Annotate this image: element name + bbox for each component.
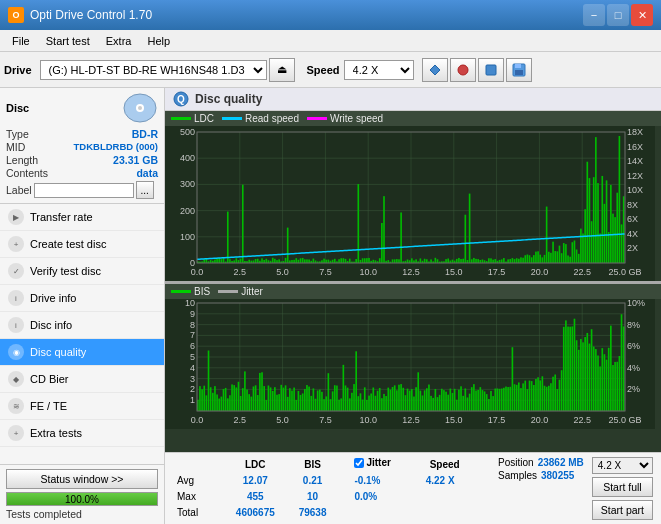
samples-value: 380255 xyxy=(541,470,574,481)
label-browse-button[interactable]: ... xyxy=(136,181,154,199)
toolbar-icons xyxy=(422,58,532,82)
disc-panel-title: Disc xyxy=(6,102,29,114)
drive-select-wrapper: (G:) HL-DT-ST BD-RE WH16NS48 1.D3 ⏏ xyxy=(40,58,295,82)
chart1-wrapper: LDC Read speed Write speed xyxy=(165,111,661,284)
toolbar-btn-3[interactable] xyxy=(478,58,504,82)
svg-rect-3 xyxy=(515,64,521,68)
length-value: 23.31 GB xyxy=(113,154,158,166)
ldc-chart xyxy=(165,126,655,281)
legend-jitter: Jitter xyxy=(218,286,263,297)
app-title: Opti Drive Control 1.70 xyxy=(30,8,152,22)
main-content: Disc Type BD-R MID TDKBLDRBD (000) Lengt… xyxy=(0,88,661,524)
jitter-checkbox[interactable] xyxy=(354,458,364,468)
nav-fe-te[interactable]: ≋ FE / TE xyxy=(0,393,164,420)
extra-tests-icon: + xyxy=(8,425,24,441)
total-label: Total xyxy=(173,504,222,520)
disc-panel: Disc Type BD-R MID TDKBLDRBD (000) Lengt… xyxy=(0,88,164,204)
drive-toolbar: Drive (G:) HL-DT-ST BD-RE WH16NS48 1.D3 … xyxy=(0,52,661,88)
drive-select[interactable]: (G:) HL-DT-ST BD-RE WH16NS48 1.D3 xyxy=(40,60,267,80)
verify-test-disc-icon: ✓ xyxy=(8,263,24,279)
contents-value: data xyxy=(136,167,158,179)
svg-rect-1 xyxy=(486,65,496,75)
start-buttons-area: 4.2 X Start full Start part xyxy=(592,457,653,520)
avg-ldc: 12.07 xyxy=(222,473,288,489)
nav-cd-bier[interactable]: ◆ CD Bier xyxy=(0,366,164,393)
speed-select[interactable]: 4.2 X 1.0 X 2.0 X 6.0 X 8.0 X xyxy=(344,60,414,80)
speed-header: Speed xyxy=(426,457,490,473)
total-ldc: 4606675 xyxy=(222,504,288,520)
legend-write-speed: Write speed xyxy=(307,113,383,124)
bis-header: BIS xyxy=(288,457,337,473)
status-text: Tests completed xyxy=(6,508,158,520)
speed-display-select[interactable]: 4.2 X xyxy=(592,457,653,474)
avg-jitter: -0.1% xyxy=(350,473,425,489)
menu-start-test[interactable]: Start test xyxy=(38,33,98,49)
chart-title: Disc quality xyxy=(195,92,262,106)
menu-file[interactable]: File xyxy=(4,33,38,49)
nav-verify-test-disc-label: Verify test disc xyxy=(30,265,101,277)
progress-bar: 100.0% xyxy=(6,492,158,506)
mid-label: MID xyxy=(6,141,25,153)
disc-info-icon: i xyxy=(8,317,24,333)
window-controls: − □ ✕ xyxy=(583,4,653,26)
position-value: 23862 MB xyxy=(538,457,584,468)
speed-label: Speed xyxy=(307,64,340,76)
create-test-disc-icon: + xyxy=(8,236,24,252)
nav-extra-tests-label: Extra tests xyxy=(30,427,82,439)
label-input[interactable] xyxy=(34,183,134,198)
cd-bier-icon: ◆ xyxy=(8,371,24,387)
nav-disc-info-label: Disc info xyxy=(30,319,72,331)
menu-bar: File Start test Extra Help xyxy=(0,30,661,52)
max-jitter: 0.0% xyxy=(350,489,425,505)
status-area: Status window >> 100.0% Tests completed xyxy=(0,464,164,524)
toolbar-btn-2[interactable] xyxy=(450,58,476,82)
app-icon: O xyxy=(8,7,24,23)
ldc-header: LDC xyxy=(222,457,288,473)
eject-button[interactable]: ⏏ xyxy=(269,58,295,82)
nav-extra-tests[interactable]: + Extra tests xyxy=(0,420,164,447)
jitter-header: Jitter xyxy=(366,457,390,468)
svg-point-0 xyxy=(458,65,468,75)
nav-transfer-rate[interactable]: ▶ Transfer rate xyxy=(0,204,164,231)
status-window-button[interactable]: Status window >> xyxy=(6,469,158,489)
total-bis: 79638 xyxy=(288,504,337,520)
menu-extra[interactable]: Extra xyxy=(98,33,140,49)
length-label: Length xyxy=(6,154,38,166)
start-part-button[interactable]: Start part xyxy=(592,500,653,520)
start-full-button[interactable]: Start full xyxy=(592,477,653,497)
label-label: Label xyxy=(6,184,32,196)
nav-verify-test-disc[interactable]: ✓ Verify test disc xyxy=(0,258,164,285)
toolbar-btn-1[interactable] xyxy=(422,58,448,82)
fe-te-icon: ≋ xyxy=(8,398,24,414)
avg-speed: 4.22 X xyxy=(426,473,490,489)
svg-text:Q: Q xyxy=(177,94,185,105)
sidebar-nav: ▶ Transfer rate + Create test disc ✓ Ver… xyxy=(0,204,164,464)
maximize-button[interactable]: □ xyxy=(607,4,629,26)
avg-bis: 0.21 xyxy=(288,473,337,489)
svg-rect-4 xyxy=(515,70,523,75)
nav-create-test-disc[interactable]: + Create test disc xyxy=(0,231,164,258)
nav-create-test-disc-label: Create test disc xyxy=(30,238,106,250)
legend-ldc: LDC xyxy=(171,113,214,124)
progress-text: 100.0% xyxy=(7,493,157,507)
menu-help[interactable]: Help xyxy=(139,33,178,49)
sidebar: Disc Type BD-R MID TDKBLDRBD (000) Lengt… xyxy=(0,88,165,524)
nav-disc-quality-label: Disc quality xyxy=(30,346,86,358)
legend-read-speed: Read speed xyxy=(222,113,299,124)
title-bar: O Opti Drive Control 1.70 − □ ✕ xyxy=(0,0,661,30)
close-button[interactable]: ✕ xyxy=(631,4,653,26)
disc-icon xyxy=(122,92,158,124)
transfer-rate-icon: ▶ xyxy=(8,209,24,225)
stats-area: LDC BIS Jitter Speed Avg 12.07 0.21 -0.1… xyxy=(165,452,661,524)
toolbar-btn-save[interactable] xyxy=(506,58,532,82)
nav-drive-info[interactable]: i Drive info xyxy=(0,285,164,312)
avg-label: Avg xyxy=(173,473,222,489)
max-ldc: 455 xyxy=(222,489,288,505)
nav-disc-quality[interactable]: ◉ Disc quality xyxy=(0,339,164,366)
bis-chart xyxy=(165,299,655,429)
nav-disc-info[interactable]: i Disc info xyxy=(0,312,164,339)
nav-transfer-rate-label: Transfer rate xyxy=(30,211,93,223)
chart-area: Q Disc quality LDC Read speed Write spee… xyxy=(165,88,661,524)
minimize-button[interactable]: − xyxy=(583,4,605,26)
max-bis: 10 xyxy=(288,489,337,505)
